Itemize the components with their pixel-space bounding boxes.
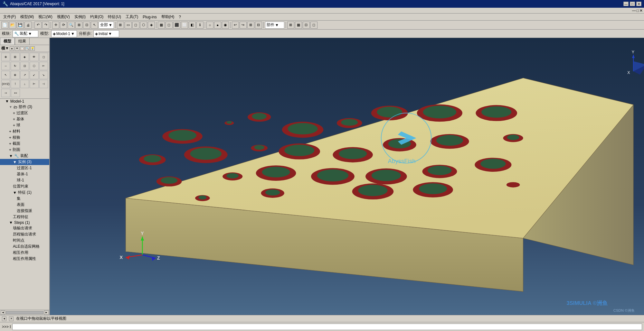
icon-instances[interactable]: ◈ [20,53,29,61]
tree-copy-btn[interactable]: 📋 [20,46,24,51]
display-btn4[interactable]: ⬜ [181,22,188,29]
icon-axis2[interactable]: ⟂ [20,80,29,88]
menu-plugins[interactable]: Plug-ins [141,14,158,20]
tree-scroll-left[interactable]: ◄ [1,310,5,315]
tree-interaction-property[interactable]: 相互作用属性 [0,256,49,262]
icon-axis4[interactable]: ⊣ [39,80,48,88]
display-btn2[interactable]: ◻ [166,22,173,29]
menu-constraint[interactable]: 约束(O) [88,14,105,20]
rotate-button[interactable]: ⟳ [60,22,67,29]
extra-btn2[interactable]: ▦ [295,22,302,29]
inner-minimize-button[interactable]: — [632,8,636,13]
inner-close-button[interactable]: ✕ [639,8,643,13]
extra-btn3[interactable]: ⊡ [303,22,310,29]
menu-feature[interactable]: 特征(U) [106,14,123,20]
more-btn4[interactable]: ⊟ [255,22,262,29]
icon-cut[interactable]: ✂ [39,62,48,70]
tree-filter-btn[interactable]: 🔍 [25,46,30,51]
tab-result[interactable]: 结果 [15,38,30,45]
open-button[interactable]: 📂 [9,22,16,29]
minimize-button[interactable]: — [623,2,629,6]
step-dropdown[interactable]: ◈ Initial ▼ [93,30,119,37]
display-btn1[interactable]: ▦ [158,22,165,29]
more-btn3[interactable]: ⊞ [247,22,254,29]
menu-help[interactable]: 帮助(H) [159,14,176,20]
tree-steps[interactable]: ▼ Steps (1) [0,220,49,225]
tree-eng-features[interactable]: 工程特征 [0,214,49,220]
view-btn1[interactable]: ⊞ [117,22,124,29]
tree-part-ball[interactable]: +球 [0,122,49,128]
select-dropdown[interactable]: 全部 ▼ [99,22,114,29]
menu-tools[interactable]: 工具(T) [124,14,140,20]
icon-xyz[interactable]: (XYZ) [1,80,10,88]
tree-set[interactable]: 集 [0,196,49,202]
tree-model[interactable]: ▼ Model-1 [0,99,49,104]
maximize-button[interactable]: □ [630,2,635,6]
tree-section[interactable]: +截面 [0,141,49,147]
icon-create[interactable]: ⊕ [1,53,10,61]
icon-pos5[interactable]: ↘ [39,71,48,79]
icon-fix2[interactable]: ⊷ [11,89,20,97]
render-btn3[interactable]: ◉ [222,22,229,29]
render-btn2[interactable]: ● [214,22,221,29]
close-button[interactable]: ✕ [636,2,641,6]
tree-assembly[interactable]: ▼ 🔧 装配 [0,153,49,159]
display-btn6[interactable]: ℹ [196,22,204,29]
tree-time-points[interactable]: 时间点 [0,237,49,244]
icon-pos3[interactable]: ↗ [20,71,29,79]
icon-grid[interactable]: ⊞ [11,53,19,61]
tree-part-base[interactable]: +基体 [0,116,49,122]
tree-connector[interactable]: 连接指派 [0,208,49,214]
display-btn3[interactable]: ⬛ [173,22,180,29]
menu-view[interactable]: 视图(V) [55,14,72,20]
more-btn2[interactable]: ↪ [240,22,247,29]
icon-scale[interactable]: ⊡ [20,62,29,70]
menu-file[interactable]: 文件(F) [1,14,18,20]
undo-button[interactable]: ↶ [34,22,42,29]
icon-rotate[interactable]: ↻ [11,62,19,70]
cursor-button[interactable]: ↖ [91,22,98,29]
tree-instance-3[interactable]: 球-1 [0,177,49,183]
icon-pos2[interactable]: ⊕ [11,71,19,79]
save-button[interactable]: 💾 [17,22,24,29]
icon-hide[interactable]: ◻ [39,53,48,61]
tree-profile[interactable]: +剖面 [0,147,49,153]
view-btn4[interactable]: ⬡ [140,22,147,29]
tree-material[interactable]: +材料 [0,128,49,134]
print-button[interactable]: 🖨 [24,22,32,29]
tree-surface[interactable]: 表面 [0,202,49,208]
tab-model[interactable]: 模型 [0,38,15,45]
nav-close-button[interactable]: ✕ [9,317,14,321]
move-button[interactable]: ✛ [52,22,59,29]
module-dropdown[interactable]: 🔧 装配 ▼ [13,30,38,37]
display-btn5[interactable]: ◧ [189,22,196,29]
new-button[interactable]: 📄 [1,22,8,29]
tree-bulb-btn[interactable]: 💡 [30,46,35,51]
model-dropdown[interactable]: ◈ Model-1 ▼ [51,30,77,37]
zoom-box-button[interactable]: ⊞ [75,22,82,29]
tree-instance-2[interactable]: 基体-1 [0,171,49,177]
cmd-input[interactable] [12,324,642,330]
menu-model[interactable]: 模型(M) [18,14,36,20]
icon-pos4[interactable]: ↙ [30,71,38,79]
view-btn5[interactable]: ◈ [148,22,155,29]
extra-btn1[interactable]: ⊞ [287,22,294,29]
icon-pos1[interactable]: ↖ [1,71,10,79]
icon-axis1[interactable]: ⊺ [11,80,19,88]
menu-viewport[interactable]: 视口(W) [36,14,54,20]
part-dropdown[interactable]: 部件 ▼ [265,22,284,29]
menu-instance[interactable]: 实例(I) [72,14,88,20]
tree-scroll-right[interactable]: ► [44,310,49,315]
fit-button[interactable]: ⊡ [83,22,90,29]
tree-features[interactable]: ▼ 特征 (1) [0,189,49,196]
tree-down-btn[interactable]: ▼ [15,46,19,51]
menu-help2[interactable]: ? [177,14,183,20]
more-btn1[interactable]: ↩ [232,22,239,29]
tree-interaction[interactable]: 相互作用 [0,250,49,256]
render-btn1[interactable]: ○ [206,22,213,29]
zoom-button[interactable]: 🔍 [68,22,75,29]
tree-calibration[interactable]: +校验 [0,134,49,141]
view-btn3[interactable]: ◻ [132,22,139,29]
inner-maximize-button[interactable]: □ [637,8,639,13]
view-btn2[interactable]: ▭ [125,22,132,29]
